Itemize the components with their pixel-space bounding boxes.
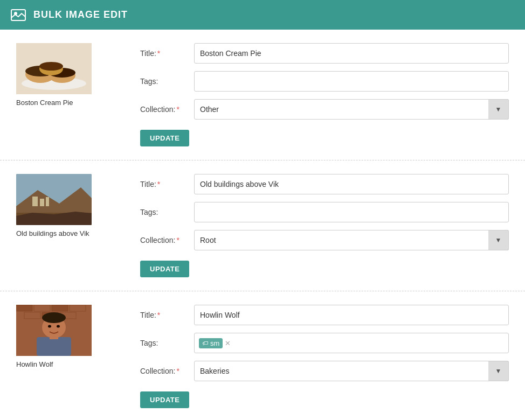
form-col-3: Title:* Tags: 🏷 sm ✕ Collection:* (140, 305, 509, 408)
page-header: BULK IMAGE EDIT (0, 0, 525, 30)
collection-select-wrapper-2: Root Other Bakeries ▼ (194, 230, 509, 250)
svg-rect-22 (24, 312, 40, 319)
image-row-old-buildings: Old buildings above Vik Title:* Tags: Co… (0, 160, 525, 291)
thumbnail-boston-cream-pie (16, 43, 92, 94)
image-caption-1: Boston Cream Pie (16, 99, 124, 107)
tags-group-1: Tags: (140, 71, 509, 92)
collection-select-wrapper-1: Other Root Bakeries ▼ (194, 99, 509, 120)
tags-label-2: Tags: (140, 208, 194, 216)
tag-remove-sm[interactable]: ✕ (225, 339, 231, 347)
image-col-1: Boston Cream Pie (16, 43, 124, 107)
page-title: BULK IMAGE EDIT (33, 9, 128, 20)
form-col-2: Title:* Tags: Collection:* Root Other B (140, 174, 509, 277)
form-col-1: Title:* Tags: Collection:* Other Root B (140, 43, 509, 146)
tag-icon-sm: 🏷 (202, 340, 208, 346)
collection-label-2: Collection:* (140, 236, 194, 244)
content-area: Boston Cream Pie Title:* Tags: Collectio… (0, 30, 525, 420)
collection-label-1: Collection:* (140, 105, 194, 114)
collection-select-1[interactable]: Other Root Bakeries (194, 99, 509, 120)
collection-group-1: Collection:* Other Root Bakeries ▼ (140, 99, 509, 120)
title-label-1: Title:* (140, 49, 194, 58)
title-input-3[interactable] (194, 305, 509, 325)
thumbnail-howlin-wolf (16, 305, 92, 356)
title-group-2: Title:* (140, 174, 509, 194)
svg-rect-19 (34, 305, 50, 311)
collection-select-2[interactable]: Root Other Bakeries (194, 230, 509, 250)
svg-rect-20 (52, 305, 68, 311)
update-button-2[interactable]: UPDATE (140, 261, 189, 277)
tag-label-sm: sm (210, 339, 219, 347)
title-input-2[interactable] (194, 174, 509, 194)
title-label-2: Title:* (140, 180, 194, 188)
title-group-3: Title:* (140, 305, 509, 325)
svg-point-9 (39, 62, 63, 71)
image-col-3: Howlin Wolf (16, 305, 124, 368)
svg-rect-13 (40, 199, 44, 206)
image-caption-3: Howlin Wolf (16, 360, 124, 368)
collection-select-3[interactable]: Bakeries Root Other (194, 361, 509, 381)
svg-rect-21 (70, 305, 86, 311)
tags-input-1[interactable] (194, 71, 509, 92)
tags-group-2: Tags: (140, 202, 509, 222)
title-label-3: Title:* (140, 311, 194, 319)
tags-label-1: Tags: (140, 77, 194, 86)
collection-group-3: Collection:* Bakeries Root Other ▼ (140, 361, 509, 381)
tag-sm: 🏷 sm (199, 338, 223, 348)
tags-group-3: Tags: 🏷 sm ✕ (140, 333, 509, 353)
svg-rect-25 (37, 337, 71, 356)
image-caption-2: Old buildings above Vik (16, 229, 124, 237)
svg-rect-12 (32, 197, 38, 206)
image-row-howlin-wolf: Howlin Wolf Title:* Tags: 🏷 sm ✕ (0, 291, 525, 420)
header-image-icon (11, 9, 26, 21)
svg-point-28 (42, 312, 66, 323)
svg-point-29 (48, 325, 51, 328)
collection-group-2: Collection:* Root Other Bakeries ▼ (140, 230, 509, 250)
title-input-1[interactable] (194, 43, 509, 64)
collection-label-3: Collection:* (140, 367, 194, 375)
tags-label-3: Tags: (140, 339, 194, 347)
image-col-2: Old buildings above Vik (16, 174, 124, 237)
collection-select-wrapper-3: Bakeries Root Other ▼ (194, 361, 509, 381)
thumbnail-old-buildings (16, 174, 92, 225)
tags-input-3[interactable]: 🏷 sm ✕ (194, 333, 509, 353)
title-group-1: Title:* (140, 43, 509, 64)
svg-rect-18 (16, 305, 32, 311)
update-button-1[interactable]: UPDATE (140, 130, 189, 146)
svg-rect-14 (46, 197, 49, 206)
image-row-boston-cream-pie: Boston Cream Pie Title:* Tags: Collectio… (0, 30, 525, 160)
tags-input-2[interactable] (194, 202, 509, 222)
update-button-3[interactable]: UPDATE (140, 391, 189, 408)
svg-point-30 (57, 325, 60, 328)
